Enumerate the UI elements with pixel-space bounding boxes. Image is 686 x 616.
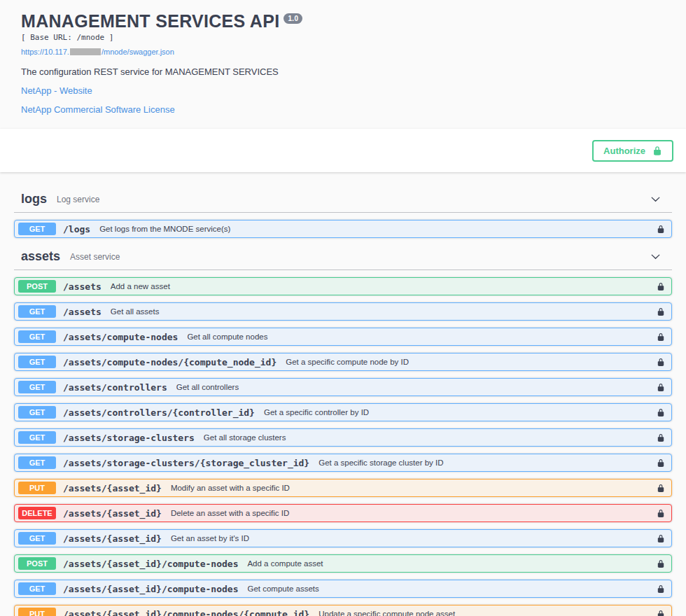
method-badge: PUT: [18, 608, 56, 616]
operation-path: /assets/controllers/{controller_id}: [63, 407, 255, 418]
operation-path: /assets/controllers: [63, 382, 167, 393]
redacted-ip-block: [70, 48, 101, 55]
operations-list: logs Log service GET /logs Get logs from…: [0, 172, 686, 616]
operation-path: /assets/{asset_id}/compute-nodes: [63, 559, 238, 569]
method-badge: PUT: [18, 482, 56, 494]
chevron-down-icon[interactable]: [650, 194, 661, 204]
lock-icon[interactable]: [657, 609, 665, 616]
operation-summary: Get all storage clusters: [204, 433, 657, 442]
page-title: MANAGEMENT SERVICES API1.0: [21, 11, 665, 31]
lock-icon[interactable]: [657, 307, 665, 317]
method-badge: GET: [18, 330, 56, 343]
operation-path: /assets: [63, 281, 102, 292]
authorize-label: Authorize: [603, 146, 645, 156]
operation-path: /assets: [63, 307, 102, 317]
lock-icon[interactable]: [657, 281, 665, 292]
api-title-text: MANAGEMENT SERVICES API: [21, 11, 279, 31]
operation-summary: Add a compute asset: [247, 559, 657, 568]
operation-row[interactable]: GET /assets/storage-clusters/{storage_cl…: [14, 454, 672, 472]
operation-row[interactable]: GET /logs Get logs from the MNODE servic…: [14, 220, 672, 238]
lock-icon[interactable]: [657, 382, 665, 393]
operation-path: /assets/storage-clusters: [63, 433, 195, 443]
operation-row[interactable]: GET /assets/controllers/{controller_id} …: [14, 403, 672, 421]
operation-path: /assets/compute-nodes/{compute_node_id}: [63, 357, 276, 368]
operation-path: /assets/{asset_id}: [63, 533, 162, 544]
api-info-header: MANAGEMENT SERVICES API1.0 [ Base URL: /…: [0, 0, 686, 120]
operation-row[interactable]: DELETE /assets/{asset_id} Delete an asse…: [14, 504, 672, 522]
chevron-down-icon[interactable]: [650, 251, 661, 262]
lock-icon[interactable]: [657, 508, 665, 519]
license-link[interactable]: NetApp Commercial Software License: [21, 104, 665, 115]
lock-icon: [652, 145, 662, 157]
lock-icon[interactable]: [657, 584, 665, 594]
operation-row[interactable]: GET /assets/{asset_id} Get an asset by i…: [14, 529, 672, 547]
operation-summary: Get an asset by it's ID: [171, 534, 657, 542]
operation-summary: Delete an asset with a specific ID: [171, 509, 657, 517]
lock-icon[interactable]: [657, 433, 665, 443]
operation-path: /assets/{asset_id}/compute-nodes/{comput…: [63, 609, 309, 616]
section-operations: POST /assets Add a new asset GET /assets…: [14, 270, 672, 616]
method-badge: POST: [18, 557, 56, 570]
section-title: logs: [21, 192, 47, 206]
scheme-container: Authorize: [0, 129, 686, 172]
base-url-label: [ Base URL: /mnode ]: [21, 33, 665, 42]
authorize-button[interactable]: Authorize: [592, 140, 673, 162]
operation-summary: Add a new asset: [111, 282, 657, 290]
lock-icon[interactable]: [657, 332, 665, 342]
lock-icon[interactable]: [657, 483, 665, 493]
operation-row[interactable]: GET /assets/controllers Get all controll…: [14, 378, 672, 396]
version-badge: 1.0: [284, 13, 302, 24]
operation-summary: Get all compute nodes: [187, 332, 657, 341]
operation-path: /assets/{asset_id}: [63, 508, 162, 519]
lock-icon[interactable]: [657, 559, 665, 569]
section-description: Asset service: [70, 252, 650, 262]
method-badge: GET: [18, 223, 56, 235]
method-badge: GET: [18, 356, 56, 368]
operation-summary: Modify an asset with a specific ID: [171, 484, 657, 492]
operation-row[interactable]: POST /assets/{asset_id}/compute-nodes Ad…: [14, 554, 672, 573]
operation-summary: Get a specific controller by ID: [264, 408, 657, 416]
method-badge: GET: [18, 456, 56, 469]
section-operations: GET /logs Get logs from the MNODE servic…: [14, 213, 672, 238]
lock-icon[interactable]: [657, 458, 665, 468]
lock-icon[interactable]: [657, 224, 665, 234]
operation-row[interactable]: GET /assets Get all assets: [14, 302, 672, 321]
method-badge: GET: [18, 305, 56, 318]
operation-row[interactable]: GET /assets/storage-clusters Get all sto…: [14, 428, 672, 447]
section-title: assets: [21, 249, 60, 264]
operation-row[interactable]: PUT /assets/{asset_id}/compute-nodes/{co…: [14, 605, 672, 616]
lock-icon[interactable]: [657, 357, 665, 368]
method-badge: GET: [18, 532, 56, 545]
spec-url-suffix: /mnode/swagger.json: [102, 48, 174, 56]
method-badge: GET: [18, 381, 56, 393]
operation-summary: Get a specific compute node by ID: [286, 358, 657, 366]
api-description: The configuration REST service for MANAG…: [21, 66, 665, 77]
section-header[interactable]: logs Log service: [14, 188, 672, 213]
operation-path: /assets/compute-nodes: [63, 332, 178, 342]
operation-path: /assets/storage-clusters/{storage_cluste…: [63, 458, 309, 468]
swagger-json-link[interactable]: https://10.117./mnode/swagger.json: [21, 48, 174, 56]
section-header[interactable]: assets Asset service: [14, 245, 672, 270]
method-badge: GET: [18, 431, 56, 444]
method-badge: POST: [18, 280, 56, 293]
method-badge: DELETE: [18, 507, 56, 519]
operation-summary: Get all controllers: [176, 383, 657, 391]
operation-summary: Get compute assets: [247, 584, 657, 593]
method-badge: GET: [18, 582, 56, 595]
lock-icon[interactable]: [657, 533, 665, 544]
operation-row[interactable]: GET /assets/{asset_id}/compute-nodes Get…: [14, 580, 672, 598]
website-link[interactable]: NetApp - Website: [21, 85, 665, 96]
operation-summary: Get a specific storage cluster by ID: [318, 458, 657, 467]
operation-row[interactable]: GET /assets/compute-nodes/{compute_node_…: [14, 353, 672, 371]
api-section: assets Asset service POST /assets Add a …: [14, 245, 672, 616]
operation-row[interactable]: POST /assets Add a new asset: [14, 277, 672, 295]
operation-summary: Get all assets: [111, 307, 657, 316]
lock-icon[interactable]: [657, 407, 665, 418]
operation-path: /logs: [63, 224, 90, 234]
spec-url-prefix: https://10.117.: [21, 48, 69, 56]
api-section: logs Log service GET /logs Get logs from…: [14, 188, 672, 238]
operation-row[interactable]: GET /assets/compute-nodes Get all comput…: [14, 328, 672, 346]
operation-summary: Update a specific compute node asset: [318, 610, 657, 616]
operation-row[interactable]: PUT /assets/{asset_id} Modify an asset w…: [14, 479, 672, 497]
operation-path: /assets/{asset_id}/compute-nodes: [63, 584, 238, 594]
